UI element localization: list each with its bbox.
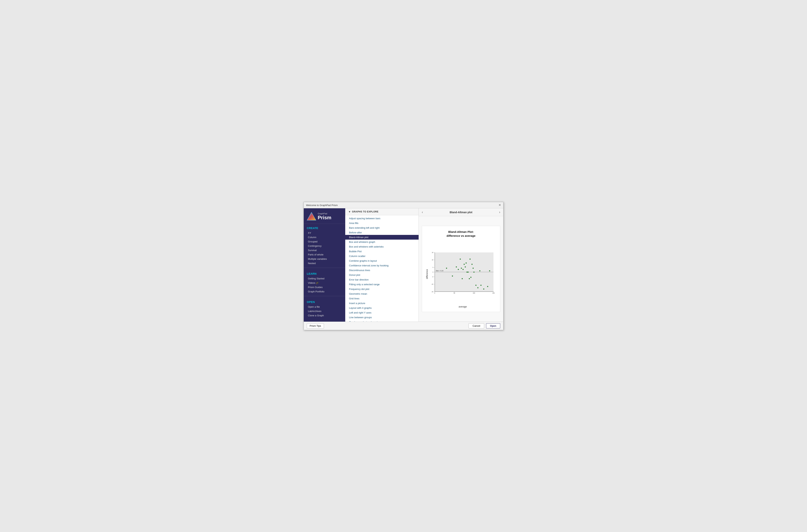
graph-item-overlay-graphs[interactable]: Overlay graphs in a layout xyxy=(345,320,418,322)
graph-item-bubble-plot[interactable]: Bubble Plot xyxy=(345,249,418,254)
graph-item-before-after[interactable]: Before-after xyxy=(345,230,418,235)
y-axis-label: difference xyxy=(426,240,428,308)
middle-panel: ▼ GRAPHS TO EXPLORE Adjust spacing betwe… xyxy=(345,208,419,322)
graph-item-geometric-mean[interactable]: Geometric mean xyxy=(345,291,418,296)
graph-item-column-scatter[interactable]: Column scatter xyxy=(345,254,418,259)
chart-container: Bland-Altman Plot: difference vs average… xyxy=(422,226,500,312)
svg-rect-50 xyxy=(479,270,480,271)
svg-rect-45 xyxy=(472,264,472,265)
sidebar-item-multiple-variables[interactable]: Multiple variables xyxy=(307,257,342,261)
right-panel: ‹ Bland-Altman plot › Bland-Altman Plot:… xyxy=(419,208,503,322)
open-button[interactable]: Open xyxy=(486,323,500,328)
sidebar-item-contingency[interactable]: Contingency xyxy=(307,244,342,248)
svg-rect-52 xyxy=(483,289,484,289)
sidebar-item-graph-portfolio[interactable]: Graph Portfolio xyxy=(307,289,342,294)
svg-rect-34 xyxy=(461,268,462,269)
graph-item-adjust-spacing[interactable]: Adjust spacing between bars xyxy=(345,216,418,221)
svg-rect-47 xyxy=(473,272,474,272)
graph-item-confidence-interval[interactable]: Confidence interval zone by hooking xyxy=(345,263,418,268)
svg-text:50: 50 xyxy=(453,292,455,294)
graphs-header-title: GRAPHS TO EXPLORE xyxy=(352,210,378,213)
graph-item-bars-extending[interactable]: Bars extending left and right xyxy=(345,226,418,230)
graph-item-insert-picture[interactable]: Insert a picture xyxy=(345,301,418,306)
svg-rect-43 xyxy=(469,259,470,260)
sidebar-item-survival[interactable]: Survival xyxy=(307,248,342,252)
next-nav-button[interactable]: › xyxy=(499,210,500,214)
sidebar: GraphPad Prism CREATE XY Column Grouped … xyxy=(304,208,345,322)
graph-item-layout-4-graphs[interactable]: Layout with 4 graphs xyxy=(345,306,418,310)
graph-item-frequency-dot[interactable]: Frequency dot plot xyxy=(345,287,418,291)
create-section-title: CREATE xyxy=(307,226,342,230)
svg-text:5: 5 xyxy=(433,267,433,268)
svg-rect-3 xyxy=(435,269,494,270)
x-axis-label: average xyxy=(429,305,496,308)
graph-item-error-bar[interactable]: Error bar direction xyxy=(345,277,418,282)
svg-rect-29 xyxy=(446,268,447,269)
graphs-list: Adjust spacing between bars Area fills B… xyxy=(345,215,418,322)
svg-rect-44 xyxy=(470,277,471,278)
svg-rect-51 xyxy=(481,285,481,286)
divider-1 xyxy=(304,268,345,268)
sidebar-item-labarchives[interactable]: LabArchives xyxy=(307,309,342,313)
prism-label: Prism xyxy=(318,215,331,221)
sidebar-item-videos[interactable]: Videos 🎓 xyxy=(307,281,342,285)
main-content: GraphPad Prism CREATE XY Column Grouped … xyxy=(304,208,503,322)
svg-rect-54 xyxy=(489,270,490,271)
logo-area: GraphPad Prism xyxy=(304,208,345,224)
sidebar-item-clone-graph[interactable]: Clone a Graph xyxy=(307,313,342,318)
close-button[interactable]: ✕ xyxy=(499,204,501,207)
svg-rect-32 xyxy=(458,269,459,270)
graph-item-fitting-range[interactable]: Fitting only a selected range xyxy=(345,282,418,287)
right-header: ‹ Bland-Altman plot › xyxy=(419,208,503,216)
prism-logo-icon xyxy=(307,212,316,221)
svg-marker-1 xyxy=(307,212,316,220)
svg-text:15: 15 xyxy=(432,252,433,253)
sidebar-item-xy[interactable]: XY xyxy=(307,231,342,235)
chart-title-line1: Bland-Altman Plot: xyxy=(448,230,474,233)
svg-rect-38 xyxy=(465,266,466,267)
sidebar-item-column[interactable]: Column xyxy=(307,235,342,240)
svg-rect-37 xyxy=(464,264,465,265)
svg-rect-46 xyxy=(473,268,474,269)
graphs-header: ▼ GRAPHS TO EXPLORE xyxy=(345,208,418,215)
svg-rect-31 xyxy=(456,266,457,267)
sidebar-item-open-file[interactable]: Open a file xyxy=(307,305,342,309)
svg-text:10: 10 xyxy=(432,259,433,261)
graph-item-left-right-y[interactable]: Left and right Y axes xyxy=(345,310,418,315)
prism-tips-button[interactable]: Prism Tips xyxy=(307,323,324,328)
sidebar-item-parts-of-whole[interactable]: Parts of whole xyxy=(307,252,342,257)
svg-text:-5: -5 xyxy=(432,276,433,278)
graph-item-bland-altman[interactable]: Bland-Altman plot xyxy=(345,235,418,240)
graph-item-line-between-groups[interactable]: Line between groups xyxy=(345,315,418,320)
title-bar: Welcome to GraphPad Prism ✕ xyxy=(304,202,503,208)
svg-text:0: 0 xyxy=(433,271,433,273)
graph-item-box-whiskers[interactable]: Box and whiskers graph xyxy=(345,240,418,244)
open-section-title: OPEN xyxy=(307,300,342,304)
svg-rect-30 xyxy=(452,276,453,277)
sidebar-item-prism-guides[interactable]: Prism Guides xyxy=(307,285,342,289)
graph-item-donut-plot[interactable]: Donut plot xyxy=(345,272,418,277)
sidebar-item-getting-started[interactable]: Getting Started xyxy=(307,277,342,281)
bland-altman-chart: bias = 0.24 15 xyxy=(429,240,496,304)
prev-nav-button[interactable]: ‹ xyxy=(422,210,423,214)
create-section: CREATE XY Column Grouped Contingency Sur… xyxy=(304,224,345,266)
graphpad-label: GraphPad xyxy=(318,212,331,215)
learn-section: LEARN Getting Started Videos 🎓 Prism Gui… xyxy=(304,269,345,294)
graph-item-combine-graphs[interactable]: Combine graphs in layout xyxy=(345,259,418,263)
sidebar-item-nested[interactable]: Nested xyxy=(307,261,342,265)
cancel-button[interactable]: Cancel xyxy=(469,323,484,328)
graph-item-grid-lines[interactable]: Grid lines xyxy=(345,296,418,301)
divider-2 xyxy=(304,296,345,296)
svg-rect-35 xyxy=(462,278,463,279)
chart-area: Bland-Altman Plot: difference vs average… xyxy=(419,216,503,322)
collapse-arrow-icon[interactable]: ▼ xyxy=(348,210,351,213)
chart-title: Bland-Altman Plot: difference vs average xyxy=(426,230,496,238)
graph-item-box-whiskers-asterisks[interactable]: Box and whiskers with asterisks xyxy=(345,244,418,249)
svg-text:-15: -15 xyxy=(431,291,433,292)
graph-item-area-fills[interactable]: Area fills xyxy=(345,221,418,226)
main-window: Welcome to GraphPad Prism ✕ xyxy=(304,202,503,330)
svg-rect-48 xyxy=(475,285,476,286)
sidebar-item-grouped[interactable]: Grouped xyxy=(307,240,342,244)
graph-item-discontinuous-lines[interactable]: Discontinuous lines xyxy=(345,268,418,272)
svg-rect-49 xyxy=(477,287,478,288)
